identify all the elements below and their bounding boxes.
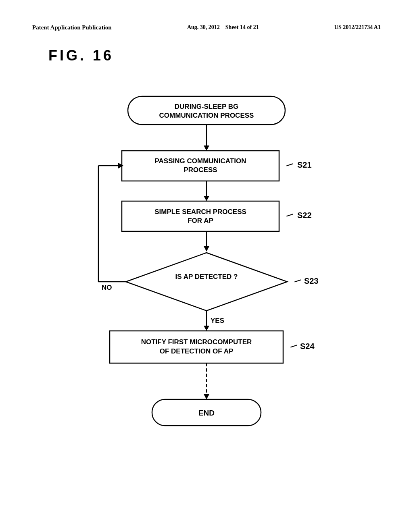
svg-marker-10 — [204, 246, 209, 251]
s23-label-line1: IS AP DETECTED ? — [175, 273, 238, 281]
page: Patent Application Publication Aug. 30, … — [0, 0, 413, 532]
svg-marker-6 — [204, 196, 209, 201]
flowchart-diagram: DURING-SLEEP BG COMMUNICATION PROCESS PA… — [33, 84, 380, 487]
header: Patent Application Publication Aug. 30, … — [32, 24, 381, 31]
svg-rect-19 — [110, 331, 283, 363]
header-center: Aug. 30, 2012 Sheet 14 of 21 — [187, 24, 259, 31]
svg-marker-18 — [204, 326, 209, 331]
s24-label-line1: NOTIFY FIRST MICROCOMPUTER — [141, 338, 252, 346]
fig-title: FIG. 16 — [48, 47, 381, 64]
s21-label-line2: PROCESS — [184, 166, 217, 174]
svg-line-20 — [290, 345, 297, 347]
header-left: Patent Application Publication — [32, 24, 112, 31]
svg-rect-0 — [128, 96, 285, 125]
svg-rect-7 — [122, 201, 279, 231]
yes-label: YES — [211, 317, 224, 324]
svg-line-4 — [286, 164, 293, 166]
header-date: Aug. 30, 2012 — [187, 24, 220, 30]
s24-label-line2: OF DETECTION OF AP — [160, 347, 234, 355]
start-label-line2: COMMUNICATION PROCESS — [159, 112, 254, 119]
s22-label-line1: SIMPLE SEARCH PROCESS — [154, 208, 246, 216]
start-label-line1: DURING-SLEEP BG — [175, 103, 238, 110]
s21-step-label: S21 — [297, 160, 312, 169]
header-sheet: Sheet 14 of 21 — [225, 24, 259, 30]
svg-marker-2 — [204, 145, 209, 151]
svg-marker-22 — [204, 394, 209, 399]
s23-step-label: S23 — [304, 276, 319, 285]
s22-step-label: S22 — [297, 211, 312, 220]
s24-step-label: S24 — [300, 342, 315, 351]
s22-label-line2: FOR AP — [188, 217, 213, 224]
header-right: US 2012/221734 A1 — [334, 24, 381, 31]
end-label: END — [198, 409, 215, 417]
svg-marker-11 — [126, 253, 287, 311]
svg-line-12 — [294, 280, 301, 282]
no-label: NO — [102, 284, 112, 291]
s21-label-line1: PASSING COMMUNICATION — [155, 157, 246, 165]
svg-line-8 — [286, 214, 293, 216]
